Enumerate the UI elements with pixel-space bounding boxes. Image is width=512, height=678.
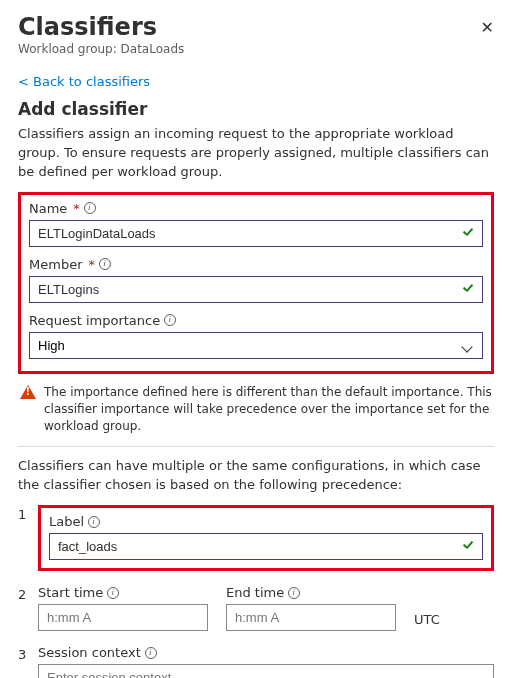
timezone-label: UTC [414,612,440,631]
primary-fields-highlight: Name * Member * Request importance [18,192,494,374]
info-icon[interactable] [107,587,119,599]
section-description: Classifiers assign an incoming request t… [18,125,494,182]
member-label: Member * [29,257,483,272]
section-title: Add classifier [18,99,494,119]
label-input[interactable] [49,533,483,560]
page-title: Classifiers [18,14,184,40]
info-icon[interactable] [84,202,96,214]
info-icon[interactable] [88,516,100,528]
workload-group-label: Workload group: DataLoads [18,42,184,56]
name-label: Name * [29,201,483,216]
start-time-input[interactable] [38,604,208,631]
precedence-number: 1 [18,505,28,571]
divider [18,446,494,447]
label-highlight: Label [38,505,494,571]
check-icon [461,539,475,553]
check-icon [461,226,475,240]
member-input[interactable] [29,276,483,303]
info-icon[interactable] [145,647,157,659]
name-input[interactable] [29,220,483,247]
end-time-label: End time [226,585,396,600]
precedence-intro: Classifiers can have multiple or the sam… [18,457,494,495]
end-time-input[interactable] [226,604,396,631]
info-icon[interactable] [164,314,176,326]
importance-select[interactable]: High [29,332,483,359]
info-icon[interactable] [99,258,111,270]
close-icon[interactable]: ✕ [481,20,494,36]
precedence-number: 3 [18,645,28,678]
session-context-input[interactable] [38,664,494,678]
start-time-label: Start time [38,585,208,600]
check-icon [461,282,475,296]
info-icon[interactable] [288,587,300,599]
session-context-label: Session context [38,645,494,660]
back-to-classifiers-link[interactable]: < Back to classifiers [18,74,494,89]
warning-text: The importance defined here is different… [44,384,492,434]
precedence-number: 2 [18,585,28,631]
warning-icon [20,385,36,399]
label-label: Label [49,514,483,529]
importance-label: Request importance [29,313,483,328]
